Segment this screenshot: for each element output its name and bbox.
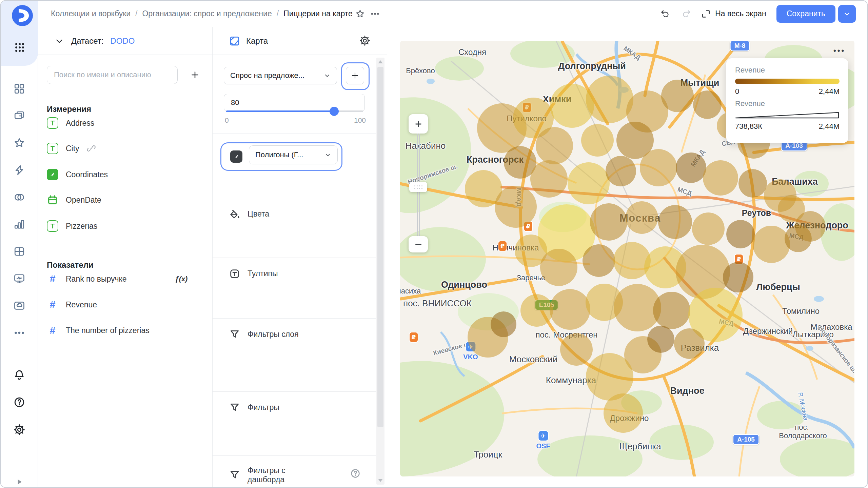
legend-color-gradient bbox=[735, 79, 840, 84]
measure-field-row[interactable]: # The number of pizzerias bbox=[47, 322, 203, 339]
revenue-bubble bbox=[647, 326, 674, 353]
more-options-icon[interactable] bbox=[368, 6, 382, 21]
geolayer-type-select[interactable]: Полигоны (Г... bbox=[249, 145, 338, 164]
map-chart-icon bbox=[229, 35, 241, 47]
paint-icon bbox=[229, 208, 240, 220]
dimension-field-row[interactable]: TCity bbox=[47, 140, 203, 157]
section-label: Фильтры слоя bbox=[248, 330, 299, 339]
revenue-bubble bbox=[604, 393, 643, 433]
chart-panel-header: Карта bbox=[213, 27, 387, 55]
revenue-bubble bbox=[778, 195, 805, 222]
dataset-panel: Датасет: DODO Измерения TAddress TCity C… bbox=[38, 27, 213, 487]
sidebar-connections-icon[interactable] bbox=[1, 188, 38, 207]
sidebar-monitor-icon[interactable] bbox=[1, 269, 38, 288]
panel-divider bbox=[213, 134, 376, 134]
revenue-bubble bbox=[536, 127, 573, 164]
save-button[interactable]: Сохранить bbox=[776, 5, 835, 23]
opacity-value: 80 bbox=[231, 98, 239, 107]
dimension-field-row[interactable]: OpenDate bbox=[47, 191, 203, 208]
chart-section-row[interactable]: Цвета bbox=[213, 208, 376, 220]
polygon-layer-type-icon[interactable] bbox=[230, 150, 242, 163]
revenue-bubble bbox=[653, 292, 690, 329]
dimension-field-row[interactable]: TPizzerias bbox=[47, 218, 203, 235]
panel-divider bbox=[38, 242, 212, 242]
measure-field-row[interactable]: # Rank по выручке ƒ(x) bbox=[47, 270, 203, 287]
revenue-bubble bbox=[583, 244, 615, 277]
save-menu-button[interactable] bbox=[838, 5, 856, 23]
sidebar-more-ellipsis-icon[interactable] bbox=[1, 323, 38, 342]
revenue-bubble bbox=[674, 328, 705, 359]
chart-section-row[interactable]: Фильтры bbox=[213, 402, 376, 413]
revenue-bubble bbox=[560, 333, 593, 366]
scroll-down-icon[interactable] bbox=[378, 479, 383, 482]
legend-color-max: 2,44M bbox=[819, 87, 840, 96]
text-field-icon: T bbox=[47, 117, 58, 129]
field-label: Address bbox=[66, 119, 94, 128]
opacity-slider-knob[interactable] bbox=[330, 107, 339, 116]
sidebar-help-icon[interactable] bbox=[1, 393, 38, 412]
layer-select[interactable]: Спрос на предложе... bbox=[224, 67, 337, 84]
zoom-slider-handle[interactable] bbox=[409, 182, 427, 192]
zoom-out-button[interactable] bbox=[409, 236, 428, 252]
sidebar-collections-icon[interactable] bbox=[1, 106, 38, 125]
map-options-button[interactable]: ••• bbox=[831, 46, 847, 56]
revenue-bubble bbox=[693, 90, 722, 119]
slider-max-label: 100 bbox=[350, 116, 366, 124]
revenue-bubble bbox=[738, 169, 767, 198]
map-legend: Revenue 0 2,44M Revenue 738,83К 2,44М bbox=[726, 58, 848, 143]
dimension-field-row[interactable]: TAddress bbox=[47, 115, 203, 131]
opacity-value-field[interactable]: 80 bbox=[224, 94, 365, 111]
revenue-bubble bbox=[703, 160, 738, 196]
sidebar-table-icon[interactable] bbox=[1, 242, 38, 261]
chart-sections: Цвета Тултипы Фильтры слоя Фильтры bbox=[213, 198, 376, 488]
dataset-header[interactable]: Датасет: DODO bbox=[38, 27, 212, 55]
measure-field-row[interactable]: # Revenue bbox=[47, 296, 203, 313]
breadcrumb-item[interactable]: Коллекции и воркбуки bbox=[51, 9, 131, 18]
dataset-name-link[interactable]: DODO bbox=[110, 36, 135, 46]
add-layer-button[interactable] bbox=[346, 67, 364, 84]
map-canvas[interactable]: СходняБрёховоДолгопрудныйМытищиХимкиПути… bbox=[400, 41, 854, 476]
add-field-button[interactable] bbox=[186, 66, 204, 84]
dataset-label: Датасет: bbox=[71, 36, 103, 46]
chart-section-row[interactable]: Тултипы bbox=[213, 268, 376, 280]
chart-type-title: Карта bbox=[246, 36, 268, 46]
opacity-slider[interactable] bbox=[226, 110, 363, 112]
breadcrumb-item[interactable]: Организации: спрос и предложение bbox=[142, 9, 272, 18]
revenue-bubble bbox=[550, 289, 590, 330]
sidebar-bar-chart-icon[interactable] bbox=[1, 215, 38, 234]
sidebar-favorites-star-icon[interactable] bbox=[1, 134, 38, 152]
expand-rail-button[interactable] bbox=[1, 475, 38, 488]
number-field-icon: # bbox=[47, 299, 58, 310]
legend-color-title: Revenue bbox=[735, 66, 840, 75]
plus-icon bbox=[190, 70, 200, 80]
apps-menu-icon[interactable] bbox=[14, 42, 25, 53]
section-label: Фильтры с дашборда bbox=[248, 466, 305, 484]
panel-scrollbar[interactable] bbox=[376, 58, 384, 485]
field-label: Coordinates bbox=[66, 170, 108, 179]
redo-icon[interactable] bbox=[679, 6, 694, 21]
datalens-chart-editor-window: Коллекции и воркбуки/Организации: спрос … bbox=[0, 0, 868, 488]
sidebar-gear-icon[interactable] bbox=[1, 420, 38, 439]
sidebar-bell-icon[interactable] bbox=[1, 365, 38, 384]
fullscreen-control[interactable]: На весь экран bbox=[701, 9, 766, 19]
sidebar-apps-grid-icon[interactable] bbox=[1, 79, 38, 98]
breadcrumb: Коллекции и воркбуки/Организации: спрос … bbox=[51, 9, 353, 18]
revenue-bubble bbox=[590, 203, 627, 241]
fullscreen-label: На весь экран bbox=[715, 9, 766, 18]
datalens-logo[interactable] bbox=[12, 5, 33, 26]
search-input[interactable] bbox=[47, 66, 178, 84]
sidebar-bolt-icon[interactable] bbox=[1, 161, 38, 180]
slider-min-label: 0 bbox=[225, 116, 229, 124]
dimension-field-row[interactable]: Coordinates bbox=[47, 166, 203, 183]
scroll-up-icon[interactable] bbox=[378, 60, 383, 63]
revenue-bubble bbox=[640, 149, 677, 186]
sidebar-storage-folder-icon[interactable] bbox=[1, 296, 38, 315]
scrollbar-thumb[interactable] bbox=[377, 67, 383, 427]
help-circle-icon[interactable] bbox=[350, 468, 361, 479]
undo-icon[interactable] bbox=[657, 6, 672, 21]
zoom-in-button[interactable] bbox=[409, 114, 428, 134]
chart-section-row[interactable]: Фильтры слоя bbox=[213, 329, 376, 340]
favorite-star-icon[interactable] bbox=[353, 6, 368, 21]
chart-settings-gear-icon[interactable] bbox=[359, 35, 371, 47]
revenue-bubble bbox=[495, 186, 537, 228]
